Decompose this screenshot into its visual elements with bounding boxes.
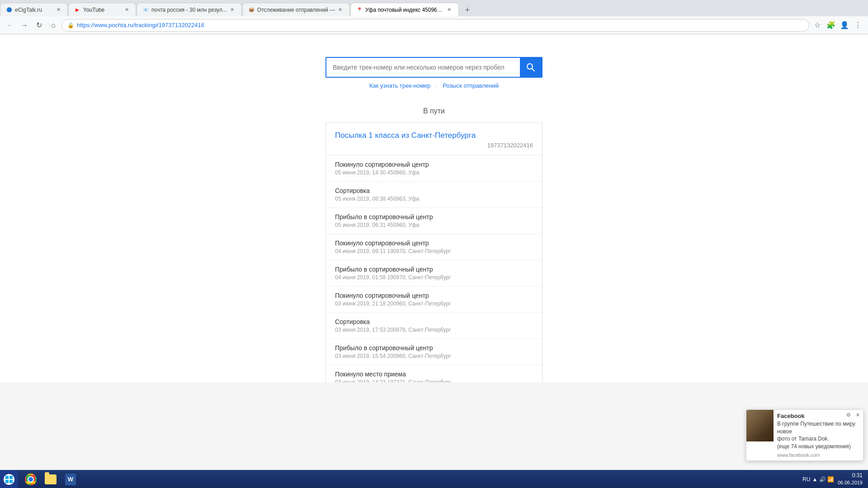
tracking-card-header: Посылка 1 класса из Санкт-Петербурга 197… [326,123,542,155]
url-text: https://www.pochta.ru/tracking#197371320… [77,22,803,28]
tab-title-ufa: Уфа почтовый индекс 450960 ... [365,7,444,13]
extension-button[interactable]: 🧩 [825,19,837,32]
event-detail: 04 июня 2019, 09:11 190970, Санкт-Петерб… [335,248,533,254]
search-icon [526,63,535,72]
tab-youtube[interactable]: ▶ YouTube ✕ [68,3,136,16]
tracking-section: В пути Посылка 1 класса из Санкт-Петербу… [326,107,542,382]
tracking-event: Прибыло в сортировочный центр05 июня 201… [326,208,542,234]
event-status: Покинуло сортировочный центр [335,292,533,299]
forward-button[interactable]: → [18,19,31,32]
tab-title-tracking: Отслеживание отправлений — [257,7,335,13]
event-detail: 04 июня 2019, 01:58 190970, Санкт-Петерб… [335,274,533,281]
event-status: Покинуло сортировочный центр [335,239,533,247]
tracking-card-title: Посылка 1 класса из Санкт-Петербурга [335,131,533,140]
svg-line-1 [532,69,535,71]
tracking-event: Покинуло место приема03 июня 2019, 14:23… [326,365,542,382]
tab-close-tracking[interactable]: ✕ [337,6,344,14]
tracking-events: Покинуло сортировочный центр05 июня 2019… [326,155,542,382]
menu-button[interactable]: ⋮ [852,19,864,32]
tab-title-ecig: eCigTalk.ru [15,7,53,13]
tab-title-youtube: YouTube [83,7,121,13]
address-bar: ← → ↻ ⌂ 🔒 https://www.pochta.ru/tracking… [0,16,868,34]
event-status: Покинуло сортировочный центр [335,161,533,168]
tab-favicon-ecig: 🔵 [6,7,12,13]
tracking-event: Сортировка05 июня 2019, 08:38 450963, Уф… [326,182,542,208]
tracking-event: Покинуло сортировочный центр05 июня 2019… [326,155,542,182]
tab-title-pochta: почта россия - 30 млн резул... [151,7,227,13]
page-wrapper: Как узнать трек-номер · Розыск отправлен… [0,34,868,382]
account-button[interactable]: 👤 [838,19,851,32]
event-status: Прибыло в сортировочный центр [335,344,533,352]
separator: · [436,82,438,89]
tab-close-ufa[interactable]: ✕ [446,6,453,14]
tracking-search-input[interactable] [326,58,520,77]
tab-tracking[interactable]: 📦 Отслеживание отправлений — ✕ [242,3,350,16]
tab-favicon-pochta: 📧 [142,7,149,13]
search-button[interactable] [520,58,542,77]
tab-close-pochta[interactable]: ✕ [229,6,236,14]
tracking-event: Прибыло в сортировочный центр04 июня 201… [326,260,542,286]
bookmark-star-button[interactable]: ☆ [811,19,824,32]
home-button[interactable]: ⌂ [47,19,60,32]
event-detail: 03 июня 2019, 14:23 197371, Санкт-Петерб… [335,379,533,382]
browser-chrome: 🔵 eCigTalk.ru ✕ ▶ YouTube ✕ 📧 почта росс… [0,0,868,34]
tracking-event: Прибыло в сортировочный центр03 июня 201… [326,339,542,365]
tracking-card-number: 19737132022416 [335,142,533,149]
search-box-wrapper [326,57,542,78]
lock-icon: 🔒 [67,22,74,28]
event-status: Сортировка [335,187,533,194]
toolbar-right: ☆ 🧩 👤 ⋮ [811,19,864,32]
url-bar[interactable]: 🔒 https://www.pochta.ru/tracking#1973713… [61,19,809,32]
event-status: Покинуло место приема [335,371,533,378]
event-detail: 03 июня 2019, 15:54 200960, Санкт-Петерб… [335,353,533,359]
tab-close-youtube[interactable]: ✕ [123,6,130,14]
event-detail: 03 июня 2019, 17:53 200978, Санкт-Петерб… [335,327,533,333]
tracking-card: Посылка 1 класса из Санкт-Петербурга 197… [326,122,542,382]
tab-favicon-ufa: 📍 [356,7,363,13]
search-links: Как узнать трек-номер · Розыск отправлен… [369,82,499,89]
tracking-event: Сортировка03 июня 2019, 17:53 200978, Са… [326,313,542,339]
search-section: Как узнать трек-номер · Розыск отправлен… [0,48,868,94]
tab-ecig[interactable]: 🔵 eCigTalk.ru ✕ [0,3,68,16]
event-detail: 05 июня 2019, 08:38 450963, Уфа [335,196,533,202]
event-status: Прибыло в сортировочный центр [335,266,533,273]
reload-button[interactable]: ↻ [33,19,45,32]
page-content: Как узнать трек-номер · Розыск отправлен… [0,34,868,382]
event-detail: 05 июня 2019, 14:30 450960, Уфа [335,169,533,176]
tab-favicon-youtube: ▶ [74,7,80,13]
event-status: Прибыло в сортировочный центр [335,213,533,221]
tracking-status: В пути [326,107,542,115]
event-detail: 05 июня 2019, 06:31 450960, Уфа [335,222,533,228]
how-to-link[interactable]: Как узнать трек-номер [369,82,430,89]
tab-close-ecig[interactable]: ✕ [55,6,62,14]
new-tab-button[interactable]: + [461,4,474,16]
search-shipments-link[interactable]: Розыск отправлений [443,82,499,89]
tab-ufa[interactable]: 📍 Уфа почтовый индекс 450960 ... ✕ [350,3,459,16]
event-status: Сортировка [335,318,533,325]
tab-favicon-tracking: 📦 [248,7,255,13]
tracking-event: Покинуло сортировочный центр04 июня 2019… [326,234,542,260]
event-detail: 03 июня 2019, 21:18 200960, Санкт-Петерб… [335,300,533,307]
tab-pochta-search[interactable]: 📧 почта россия - 30 млн резул... ✕ [137,3,242,16]
back-button[interactable]: ← [4,19,16,32]
tab-bar: 🔵 eCigTalk.ru ✕ ▶ YouTube ✕ 📧 почта росс… [0,0,868,16]
tracking-event: Покинуло сортировочный центр03 июня 2019… [326,286,542,313]
